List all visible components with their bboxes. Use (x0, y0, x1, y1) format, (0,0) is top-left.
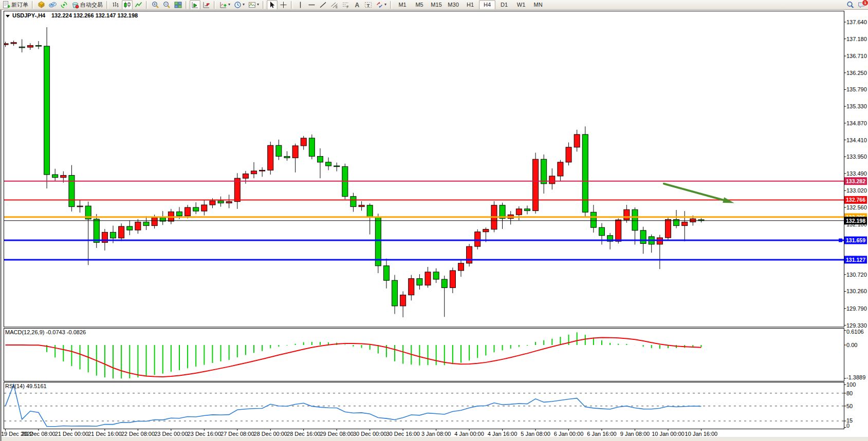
candle-chart-button[interactable] (122, 0, 133, 10)
zoom-out-button[interactable] (161, 0, 172, 10)
chevron-down-icon: ▾ (228, 3, 230, 7)
chart-ohlc-values: 132.224 132.266 132.147 132.198 (51, 12, 138, 18)
crosshair-icon (280, 1, 287, 9)
bar-chart-icon (112, 1, 120, 9)
toolbar-separator (186, 1, 188, 9)
search-button[interactable] (845, 0, 856, 10)
rsi-axis-label: 100 (846, 381, 856, 388)
line-handle[interactable] (839, 239, 842, 242)
timeframe-button-h4[interactable]: H4 (479, 0, 495, 10)
bar-chart-button[interactable] (110, 0, 121, 10)
new-chart-icon (49, 1, 57, 9)
fibonacci-button[interactable]: F (340, 0, 351, 10)
price-tick-label: 136.250 (846, 70, 867, 76)
time-tick-label: 6 Jan 16:00 (587, 431, 617, 437)
timeframe-button-h1[interactable]: H1 (462, 0, 478, 10)
auto-scroll-button[interactable] (190, 0, 200, 10)
templates-icon (248, 1, 256, 9)
price-tick-label: 132.560 (846, 204, 867, 210)
chart-shift-icon (202, 1, 210, 9)
line-chart-button[interactable] (133, 0, 144, 10)
vertical-line-button[interactable] (295, 0, 306, 10)
time-tick-label: 22 Dec 08:00 (121, 431, 155, 437)
time-tick-label: 5 Jan 08:00 (521, 431, 550, 437)
chat-button[interactable]: 1 (856, 0, 867, 10)
trendline-icon (319, 1, 327, 9)
time-tick-label: 3 Jan 08:00 (421, 431, 451, 437)
cursor-icon (268, 1, 276, 9)
new-order-button[interactable]: 新订单 (1, 0, 30, 10)
timeframe-button-m30[interactable]: M30 (445, 0, 461, 10)
horizontal-line-button[interactable] (306, 0, 317, 10)
time-tick-label: 10 Jan 00:00 (652, 431, 685, 437)
text-button[interactable]: A (352, 0, 362, 10)
text-icon: A (353, 1, 361, 9)
new-order-icon (3, 1, 10, 9)
candle-chart-icon (123, 1, 131, 9)
toolbar-separator (32, 1, 34, 9)
candle (268, 142, 273, 175)
new-order-label: 新订单 (11, 1, 28, 9)
macd-axis-label: 0.00 (846, 342, 857, 348)
horizontal-line-icon (308, 1, 316, 9)
equidistant-channel-button[interactable]: E (329, 0, 340, 10)
timeframe-button-d1[interactable]: D1 (496, 0, 512, 10)
arrows-button[interactable]: ▾ (374, 0, 388, 10)
templates-button[interactable]: ▾ (247, 0, 261, 10)
fibonacci-icon: F (342, 1, 349, 9)
price-tick-label: 135.330 (846, 103, 867, 109)
time-tick-label: 23 Dec 00:00 (154, 431, 188, 437)
rsi-axis-label: 50 (846, 403, 853, 409)
auto-trading-button[interactable]: 自动交易 (70, 0, 104, 10)
profile-button[interactable] (36, 0, 47, 10)
text-label-button[interactable]: T (363, 0, 374, 10)
svg-text:E: E (336, 5, 338, 9)
alerts-icon (60, 1, 68, 9)
chart-window[interactable]: 137.640137.180136.710136.250135.790135.3… (0, 0, 868, 441)
timeframe-button-mn[interactable]: MN (530, 0, 546, 10)
trendline-button[interactable] (318, 0, 328, 10)
window-left-edge (0, 10, 2, 441)
timeframe-button-m15[interactable]: M15 (428, 0, 445, 10)
price-tick-label: 130.260 (846, 288, 867, 294)
price-tag-label: 132.766 (846, 197, 865, 203)
tile-windows-icon (174, 1, 182, 9)
crosshair-button[interactable] (278, 0, 289, 10)
toolbar-separator (146, 1, 148, 9)
candle (309, 135, 315, 159)
price-tick-label: 133.490 (846, 170, 867, 177)
timeframe-button-w1[interactable]: W1 (513, 0, 529, 10)
application-window: 新订单自动交易▾▾▾EFAT▾M1M5M15M30H1H4D1W1MN1 137… (0, 0, 868, 441)
chart-shift-button[interactable] (201, 0, 212, 10)
current-price-label: 132.198 (846, 218, 865, 224)
time-tick-label: 21 Dec 16:00 (88, 431, 121, 437)
zoom-in-button[interactable] (150, 0, 161, 10)
rsi-axis-label: 80 (846, 390, 853, 396)
toolbar-separator (106, 1, 108, 9)
tile-windows-button[interactable] (173, 0, 183, 10)
indicators-button[interactable]: ▾ (218, 0, 232, 10)
svg-text:A: A (355, 2, 360, 9)
timeframe-button-m1[interactable]: M1 (394, 0, 411, 10)
candle (475, 229, 481, 250)
macd-label: MACD(12,26,9) -0.0743 -0.0826 (5, 329, 86, 335)
price-tick-label: 134.410 (846, 137, 867, 143)
cursor-button[interactable] (267, 0, 278, 10)
time-tick-label: 27 Dec 08:00 (220, 431, 254, 437)
indicators-icon (219, 1, 227, 9)
price-tag-label: 131.127 (846, 257, 865, 263)
chevron-down-icon: ▾ (384, 3, 386, 7)
arrows-icon (376, 1, 383, 9)
alerts-button[interactable] (59, 0, 69, 10)
price-tick-label: 136.710 (846, 53, 867, 59)
rsi-axis-label: 0 (846, 423, 849, 429)
new-chart-button[interactable] (47, 0, 58, 10)
price-tick-label: 135.790 (846, 86, 867, 92)
price-tick-label: 134.870 (846, 120, 867, 126)
time-tick-label: 10 Jan 16:00 (685, 431, 718, 437)
vertical-line-icon (297, 1, 304, 9)
time-tick-label: 28 Dec 16:00 (287, 431, 320, 437)
time-tick-label: 23 Dec 16:00 (188, 431, 221, 437)
periods-button[interactable]: ▾ (232, 0, 246, 10)
timeframe-button-m5[interactable]: M5 (411, 0, 428, 10)
